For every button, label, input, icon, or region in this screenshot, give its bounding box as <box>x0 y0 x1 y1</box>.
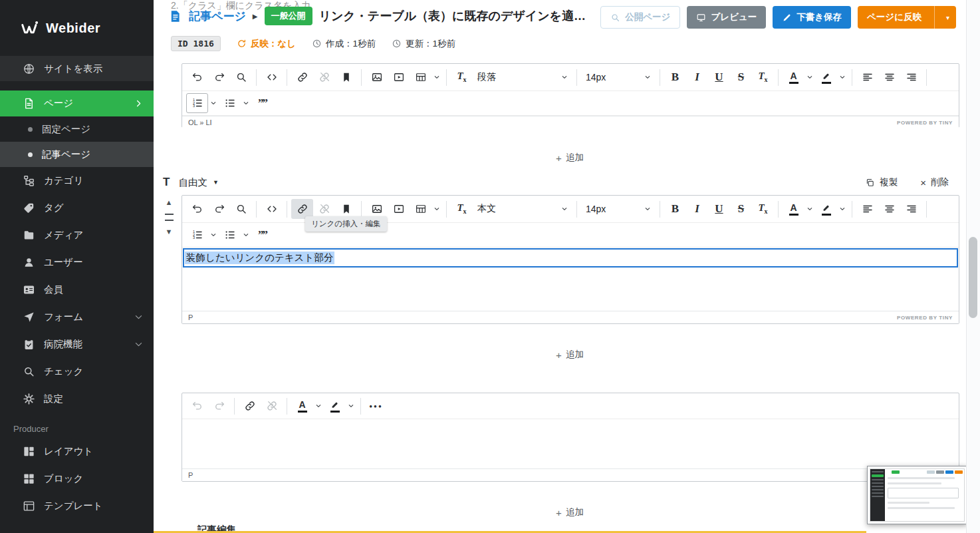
paragraph-format-select[interactable]: 段落 <box>473 67 572 87</box>
screenshot-thumbnail[interactable] <box>867 466 967 524</box>
sidebar-item-view-site[interactable]: サイトを表示 <box>0 56 154 81</box>
undo-button[interactable] <box>186 199 208 219</box>
source-code-button[interactable] <box>261 67 283 87</box>
align-center-button[interactable] <box>878 67 900 87</box>
insert-image-button[interactable] <box>366 67 388 87</box>
text-color-button[interactable]: A <box>783 199 804 219</box>
align-right-button[interactable] <box>900 67 922 87</box>
text-color-caret[interactable] <box>804 67 815 87</box>
scrollbar-track[interactable] <box>966 0 980 533</box>
sidebar-item-layout[interactable]: レイアウト <box>0 438 154 465</box>
sidebar-item-article-pages[interactable]: 記事ページ <box>0 142 154 167</box>
underline-button[interactable]: U <box>708 67 730 87</box>
public-page-button[interactable]: 公開ページ <box>600 6 680 29</box>
sidebar-item-fixed-pages[interactable]: 固定ページ <box>0 116 154 142</box>
highlight-color-button[interactable] <box>324 396 346 416</box>
undo-button[interactable] <box>186 396 208 416</box>
search-replace-button[interactable] <box>230 199 252 219</box>
add-block-button[interactable]: + 追加 <box>529 345 610 365</box>
table-menu-caret[interactable] <box>431 199 442 219</box>
ordered-list-button[interactable] <box>186 225 208 245</box>
strikethrough-button[interactable]: S <box>730 199 752 219</box>
paragraph-format-select[interactable]: 本文 <box>473 199 572 219</box>
align-right-button[interactable] <box>900 199 922 219</box>
delete-block-button[interactable]: × 削除 <box>920 176 949 188</box>
unordered-list-caret[interactable] <box>241 225 251 245</box>
highlight-color-caret[interactable] <box>837 199 848 219</box>
bold-button[interactable]: B <box>664 67 686 87</box>
font-size-select[interactable]: 14px <box>581 67 656 87</box>
scrollbar-thumb[interactable] <box>969 237 977 318</box>
strikethrough-button[interactable]: S <box>730 67 752 87</box>
table-menu-caret[interactable] <box>431 67 442 87</box>
block-type-caret-icon[interactable]: ▼ <box>213 179 219 186</box>
more-tools-button[interactable]: ●●● <box>365 396 387 416</box>
ordered-list-caret[interactable] <box>208 225 219 245</box>
move-block-up-button[interactable]: ▲ <box>166 199 173 206</box>
remove-link-button[interactable] <box>261 396 283 416</box>
underline-button[interactable]: U <box>708 199 730 219</box>
redo-button[interactable] <box>208 396 230 416</box>
redo-button[interactable] <box>208 199 230 219</box>
remove-format-button[interactable]: Tx <box>752 67 774 87</box>
text-color-caret[interactable] <box>804 199 815 219</box>
preview-button[interactable]: プレビュー <box>687 6 766 29</box>
align-center-button[interactable] <box>878 199 900 219</box>
apply-to-page-button[interactable]: ページに反映 ▾ <box>858 6 956 29</box>
search-replace-button[interactable] <box>230 67 252 87</box>
sidebar-item-settings[interactable]: 設定 <box>0 385 154 413</box>
sidebar-item-check[interactable]: チェック <box>0 358 154 385</box>
save-draft-button[interactable]: 下書き保存 <box>773 6 851 29</box>
clear-formatting-button[interactable]: Tx <box>451 67 473 87</box>
remove-format-button[interactable]: Tx <box>752 199 774 219</box>
focused-paragraph[interactable]: 装飾したいリンクのテキスト部分 <box>183 248 958 267</box>
blockquote-button[interactable]: ”” <box>251 93 273 113</box>
drag-handle-icon[interactable] <box>165 214 174 221</box>
sidebar-item-template[interactable]: テンプレート <box>0 492 154 520</box>
add-block-button[interactable]: + 追加 <box>529 148 610 168</box>
highlight-color-button[interactable] <box>815 199 837 219</box>
remove-link-button[interactable] <box>313 67 335 87</box>
element-path[interactable]: P <box>188 471 193 479</box>
italic-button[interactable]: I <box>686 199 708 219</box>
font-size-select[interactable]: 14px <box>581 199 656 219</box>
insert-link-button[interactable] <box>239 396 261 416</box>
blockquote-button[interactable]: ”” <box>251 225 273 245</box>
insert-table-button[interactable] <box>410 67 431 87</box>
editor-content-area[interactable] <box>182 419 959 468</box>
sidebar-item-hospital-features[interactable]: 病院機能 <box>0 331 154 358</box>
undo-button[interactable] <box>186 67 208 87</box>
source-code-button[interactable] <box>261 199 283 219</box>
unordered-list-button[interactable] <box>219 93 241 113</box>
highlight-color-caret[interactable] <box>837 67 848 87</box>
unordered-list-button[interactable] <box>219 225 241 245</box>
sidebar-item-users[interactable]: ユーザー <box>0 249 154 276</box>
align-left-button[interactable] <box>856 67 878 87</box>
sidebar-item-forms[interactable]: フォーム <box>0 303 154 331</box>
highlight-color-caret[interactable] <box>346 396 356 416</box>
apply-dropdown-caret-icon[interactable]: ▾ <box>939 14 956 21</box>
unordered-list-caret[interactable] <box>241 93 251 113</box>
text-color-button[interactable]: A <box>291 396 313 416</box>
move-block-down-button[interactable]: ▼ <box>166 228 173 236</box>
bold-button[interactable]: B <box>664 199 686 219</box>
insert-media-button[interactable] <box>388 199 410 219</box>
align-left-button[interactable] <box>856 199 878 219</box>
insert-table-button[interactable] <box>410 199 431 219</box>
breadcrumb[interactable]: 記事ページ <box>189 9 246 24</box>
duplicate-block-button[interactable]: 複製 <box>865 176 898 188</box>
element-path[interactable]: P <box>188 313 193 321</box>
text-color-caret[interactable] <box>313 396 324 416</box>
insert-link-button[interactable] <box>291 67 313 87</box>
app-logo[interactable]: Webider <box>0 0 154 56</box>
ordered-list-caret[interactable] <box>208 93 219 113</box>
ordered-list-button[interactable] <box>186 93 208 113</box>
add-block-button[interactable]: + 追加 <box>529 502 610 522</box>
block-type-select[interactable]: 自由文 <box>178 176 207 189</box>
text-color-button[interactable]: A <box>783 67 804 87</box>
anchor-button[interactable] <box>335 67 357 87</box>
highlight-color-button[interactable] <box>815 67 837 87</box>
sidebar-item-block[interactable]: ブロック <box>0 465 154 492</box>
italic-button[interactable]: I <box>686 67 708 87</box>
sidebar-item-tags[interactable]: タグ <box>0 194 154 222</box>
